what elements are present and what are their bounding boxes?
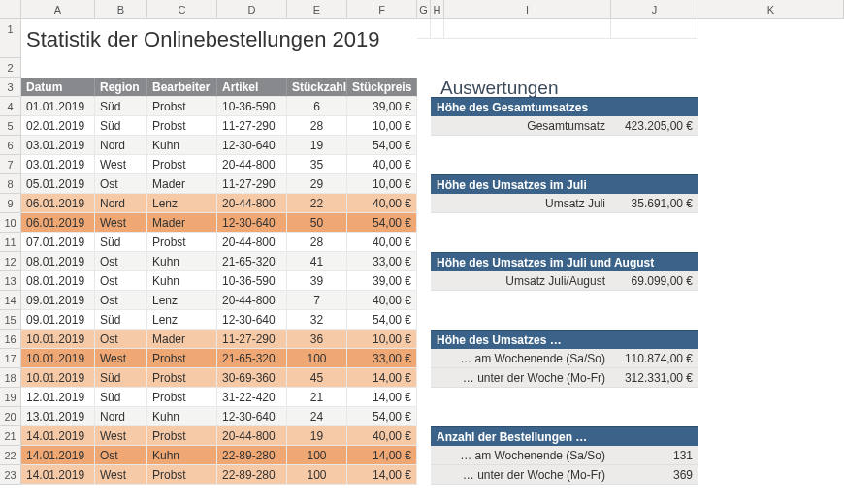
cell-stueckpreis[interactable]: 40,00 € [347, 291, 417, 310]
cell-stueckzahl[interactable]: 32 [287, 310, 347, 330]
cell-bearbeiter[interactable]: Lenz [147, 291, 217, 310]
col-header-K[interactable]: K [698, 0, 844, 19]
table-header-artikel[interactable]: Artikel [217, 78, 287, 97]
col-header-B[interactable]: B [95, 0, 147, 19]
col-header-H[interactable]: H [431, 0, 444, 19]
cell-region[interactable]: Süd [95, 116, 147, 136]
cell-stueckzahl[interactable]: 7 [287, 291, 347, 310]
cell-stueckzahl[interactable]: 50 [287, 213, 347, 233]
cell-bearbeiter[interactable]: Probst [147, 349, 217, 368]
cell-datum[interactable]: 03.01.2019 [21, 155, 95, 174]
cell-bearbeiter[interactable]: Probst [147, 116, 217, 136]
cell-artikel[interactable]: 30-69-360 [217, 368, 287, 388]
cell-stueckzahl[interactable]: 39 [287, 271, 347, 291]
cell-bearbeiter[interactable]: Probst [147, 155, 217, 174]
cell-datum[interactable]: 10.01.2019 [21, 349, 95, 368]
cell-stueckpreis[interactable]: 40,00 € [347, 233, 417, 252]
cell-artikel[interactable]: 10-36-590 [217, 271, 287, 291]
cell-stueckzahl[interactable]: 21 [287, 388, 347, 407]
col-header-D[interactable]: D [217, 0, 287, 19]
cell-artikel[interactable]: 21-65-320 [217, 252, 287, 271]
cell-stueckzahl[interactable]: 28 [287, 233, 347, 252]
cell-datum[interactable]: 14.01.2019 [21, 426, 95, 446]
cell-stueckpreis[interactable]: 10,00 € [347, 116, 417, 136]
cell-stueckpreis[interactable]: 54,00 € [347, 213, 417, 233]
cell-region[interactable]: Ost [95, 291, 147, 310]
row-header-6[interactable]: 6 [0, 136, 21, 155]
cell-bearbeiter[interactable]: Kuhn [147, 446, 217, 465]
cell-bearbeiter[interactable]: Mader [147, 174, 217, 194]
cell-stueckzahl[interactable]: 41 [287, 252, 347, 271]
cell-artikel[interactable]: 20-44-800 [217, 426, 287, 446]
cell-stueckzahl[interactable]: 6 [287, 97, 347, 116]
table-header-region[interactable]: Region [95, 78, 147, 97]
cell-stueckpreis[interactable]: 33,00 € [347, 252, 417, 271]
row-header-14[interactable]: 14 [0, 291, 21, 310]
cell-stueckzahl[interactable]: 24 [287, 407, 347, 426]
cell-stueckzahl[interactable]: 22 [287, 194, 347, 213]
cell-stueckzahl[interactable]: 45 [287, 368, 347, 388]
cell-datum[interactable]: 05.01.2019 [21, 174, 95, 194]
row-header-12[interactable]: 12 [0, 252, 21, 271]
row-header-7[interactable]: 7 [0, 155, 21, 174]
cell-stueckpreis[interactable]: 40,00 € [347, 155, 417, 174]
cell-bearbeiter[interactable]: Probst [147, 233, 217, 252]
table-header-bearbeiter[interactable]: Bearbeiter [147, 78, 217, 97]
row-header-9[interactable]: 9 [0, 194, 21, 213]
row-header-22[interactable]: 22 [0, 446, 21, 465]
row-header-16[interactable]: 16 [0, 330, 21, 349]
cell-stueckpreis[interactable]: 33,00 € [347, 349, 417, 368]
cell-stueckpreis[interactable]: 40,00 € [347, 194, 417, 213]
row-header-11[interactable]: 11 [0, 233, 21, 252]
cell-artikel[interactable]: 20-44-800 [217, 233, 287, 252]
cell-region[interactable]: Ost [95, 271, 147, 291]
cell-region[interactable]: West [95, 349, 147, 368]
row-header-2[interactable]: 2 [0, 58, 21, 78]
cell-region[interactable]: Ost [95, 174, 147, 194]
row-header-4[interactable]: 4 [0, 97, 21, 116]
cell-stueckpreis[interactable]: 14,00 € [347, 446, 417, 465]
cell-region[interactable]: West [95, 465, 147, 485]
cell-datum[interactable]: 06.01.2019 [21, 194, 95, 213]
cell-datum[interactable]: 14.01.2019 [21, 446, 95, 465]
cell-stueckpreis[interactable]: 54,00 € [347, 407, 417, 426]
cell-stueckzahl[interactable]: 100 [287, 349, 347, 368]
cell-region[interactable]: Nord [95, 194, 147, 213]
cell-stueckzahl[interactable]: 36 [287, 330, 347, 349]
cell-bearbeiter[interactable]: Probst [147, 97, 217, 116]
cell-stueckpreis[interactable]: 54,00 € [347, 136, 417, 155]
cell-artikel[interactable]: 12-30-640 [217, 310, 287, 330]
cell-stueckzahl[interactable]: 19 [287, 426, 347, 446]
cell-stueckpreis[interactable]: 14,00 € [347, 368, 417, 388]
cell-bearbeiter[interactable]: Probst [147, 388, 217, 407]
cell-region[interactable]: West [95, 155, 147, 174]
cell-bearbeiter[interactable]: Lenz [147, 194, 217, 213]
cell-datum[interactable]: 10.01.2019 [21, 330, 95, 349]
col-header-J[interactable]: J [611, 0, 698, 19]
cell-bearbeiter[interactable]: Probst [147, 465, 217, 485]
cell-datum[interactable]: 12.01.2019 [21, 388, 95, 407]
cell-artikel[interactable]: 10-36-590 [217, 97, 287, 116]
cell-artikel[interactable]: 20-44-800 [217, 291, 287, 310]
row-header-19[interactable]: 19 [0, 388, 21, 407]
row-header-15[interactable]: 15 [0, 310, 21, 330]
cell-datum[interactable]: 13.01.2019 [21, 407, 95, 426]
cell-stueckpreis[interactable]: 39,00 € [347, 97, 417, 116]
cell-artikel[interactable]: 12-30-640 [217, 136, 287, 155]
cell-region[interactable]: Nord [95, 407, 147, 426]
cell-datum[interactable]: 10.01.2019 [21, 368, 95, 388]
cell-region[interactable]: Süd [95, 368, 147, 388]
cell-region[interactable]: West [95, 426, 147, 446]
row-header-13[interactable]: 13 [0, 271, 21, 291]
cell-region[interactable]: Süd [95, 310, 147, 330]
col-header-C[interactable]: C [147, 0, 217, 19]
cell-datum[interactable]: 03.01.2019 [21, 136, 95, 155]
cell-artikel[interactable]: 31-22-420 [217, 388, 287, 407]
row-header-17[interactable]: 17 [0, 349, 21, 368]
cell-artikel[interactable]: 11-27-290 [217, 330, 287, 349]
cell-datum[interactable]: 01.01.2019 [21, 97, 95, 116]
cell-region[interactable]: Ost [95, 446, 147, 465]
col-header-F[interactable]: F [347, 0, 417, 19]
cell-stueckzahl[interactable]: 19 [287, 136, 347, 155]
row-header-18[interactable]: 18 [0, 368, 21, 388]
